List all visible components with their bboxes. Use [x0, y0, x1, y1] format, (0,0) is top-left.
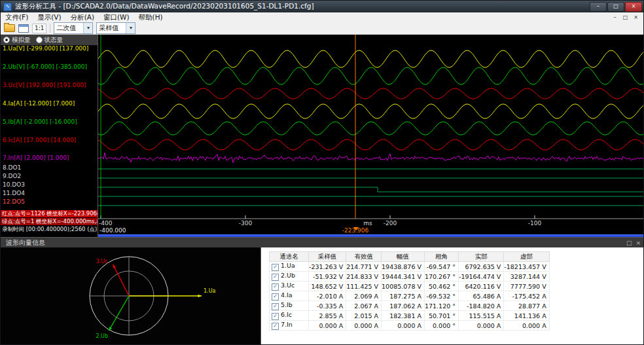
menu-item-window[interactable]: 窗口(W): [99, 12, 134, 22]
table-row[interactable]: ✓2.Ub-51.932 V214.833 V19444.341 V170.26…: [270, 272, 550, 281]
table-row[interactable]: ✓3.Uc148.652 V111.425 V10085.078 V50.462…: [270, 281, 550, 291]
mdi-restore-icon[interactable]: □: [620, 14, 630, 22]
window-controls: – □ ×: [589, 2, 642, 12]
value-cell: 6420.116 V: [459, 281, 504, 291]
menu-item-help[interactable]: 帮助(H): [134, 12, 168, 22]
row-checkbox[interactable]: ✓: [272, 293, 279, 300]
value-cell: 111.425 V: [346, 281, 382, 291]
value-cell: -231.263 V: [309, 262, 346, 272]
row-checkbox[interactable]: ✓: [272, 283, 279, 291]
float-panel-icon[interactable]: □: [626, 238, 632, 247]
close-panel-icon[interactable]: ×: [635, 238, 641, 247]
waveform-canvas[interactable]: -400-300-200-100ms: [98, 35, 644, 227]
sample-type-combo[interactable]: 采样值 ▾: [96, 22, 135, 34]
vector-table-col-4: 相角: [424, 252, 458, 262]
channel-label-10[interactable]: 10.DO3: [3, 181, 98, 189]
open-file-icon[interactable]: [4, 24, 15, 32]
channel-label-4[interactable]: 4.Ia[A] [-12.000] [7.000]: [3, 100, 98, 107]
menu-item-analysis[interactable]: 分析(A): [66, 12, 99, 22]
x-tick-label: -100: [528, 220, 542, 227]
table-row[interactable]: ✓7.In0.000 A0.000 A0.000 A0.000 °0.000 A…: [270, 321, 550, 331]
channel-name-cell: ✓2.Ub: [270, 272, 309, 281]
channel-label-1[interactable]: 1.Ua[V] [-299.000] [137.000]: [3, 45, 98, 52]
waveform-view-icon[interactable]: [18, 24, 29, 33]
channel-label-7[interactable]: 7.In[A] [2.000] [1.000]: [3, 154, 98, 162]
table-row[interactable]: ✓1.Ua-231.263 V214.771 V19438.876 V-69.5…: [270, 262, 550, 272]
maximize-icon[interactable]: □: [607, 2, 624, 12]
row-checkbox[interactable]: ✓: [272, 323, 279, 330]
channel-label-8[interactable]: 8.DO1: [3, 164, 98, 172]
sample-type-selected: 采样值: [97, 24, 126, 33]
x-axis-unit: ms: [363, 220, 372, 227]
radio-status[interactable]: [36, 37, 43, 43]
channel-label-9[interactable]: 9.DO2: [3, 173, 98, 180]
cursor-marker-row: -400.000 -223.906: [98, 227, 644, 234]
channel-label-6[interactable]: 6.Ic[A] [17.000] [14.000]: [3, 137, 98, 144]
value-cell: 0.000 °: [424, 321, 458, 331]
channel-name-cell: ✓3.Uc: [270, 281, 309, 291]
vector-table-col-2: 有效值: [346, 252, 382, 262]
channel-name: 4.Ia: [281, 291, 293, 299]
phasor-label-2.Ub: 2.Ub: [96, 333, 108, 339]
channel-label-5[interactable]: 5.Ib[A] [-2.000] [-16.000]: [3, 118, 98, 126]
value-cell: 187.062 A: [382, 301, 425, 311]
value-cell: 6792.635 V: [459, 262, 504, 272]
title-bar: ∿ 波形分析工具 - [D:/SCADA2.0/Data/DataWaveRec…: [1, 1, 643, 12]
channel-label-12[interactable]: 12.DO5: [3, 198, 98, 206]
channel-name: 2.Ub: [281, 272, 295, 279]
vector-panel-title: 波形向量信息: [6, 238, 45, 247]
vector-info-panel: 波形向量信息 □ × 1.Ua2.Ub3.Uc 通道名采样值有效值幅值相角实部虚…: [1, 237, 644, 345]
value-cell: 2.855 A: [309, 311, 346, 321]
channel-label-2[interactable]: 2.Ub[V] [-67.000] [-385.000]: [3, 64, 98, 71]
value-cell: -184.820 A: [459, 301, 504, 311]
radio-analog[interactable]: [3, 37, 10, 43]
vector-table-col-1: 采样值: [309, 252, 346, 262]
x-tick-label: -400: [99, 220, 113, 227]
phasor-diagram: 1.Ua2.Ub3.Uc: [1, 247, 260, 345]
chevron-down-icon[interactable]: ▾: [83, 23, 92, 33]
vector-table-area: 通道名采样值有效值幅值相角实部虚部✓1.Ua-231.263 V214.771 …: [260, 247, 644, 345]
menu-item-view[interactable]: 显示(V): [33, 12, 65, 22]
toolbar-separator: [50, 24, 50, 33]
close-icon[interactable]: ×: [625, 2, 642, 12]
value-cell: 148.652 V: [309, 281, 346, 291]
vector-table: 通道名采样值有效值幅值相角实部虚部✓1.Ua-231.263 V214.771 …: [269, 251, 550, 331]
value-cell: -69.532 °: [424, 291, 458, 301]
mdi-close-icon[interactable]: ×: [631, 14, 641, 22]
value-cell: -18213.457 V: [504, 262, 549, 272]
minimize-icon[interactable]: –: [590, 2, 607, 12]
channel-label-11[interactable]: 11.DO4: [3, 190, 98, 197]
row-checkbox[interactable]: ✓: [272, 274, 279, 281]
channel-label-3[interactable]: 3.Uc[V] [192.000] [191.000]: [3, 82, 98, 89]
row-checkbox[interactable]: ✓: [272, 264, 279, 271]
menu-item-file[interactable]: 文件(F): [1, 12, 33, 22]
value-type-combo[interactable]: 二次值 ▾: [54, 22, 93, 34]
row-checkbox[interactable]: ✓: [272, 313, 279, 320]
chevron-down-icon[interactable]: ▾: [126, 23, 135, 33]
channel-name-cell: ✓6.Ic: [270, 311, 309, 321]
value-cell: 141.136 A: [504, 311, 549, 321]
status-line-1: 红点:点号=1126 横坐标X=-223.906ms,相对时间=176.094m…: [1, 210, 98, 217]
value-cell: 28.877 A: [504, 301, 549, 311]
table-row[interactable]: ✓6.Ic2.855 A2.015 A182.381 A50.701 °115.…: [270, 311, 550, 321]
value-cell: 2.015 A: [346, 311, 382, 321]
x-tick-label: -300: [239, 220, 253, 227]
channel-name-cell: ✓5.Ib: [270, 301, 309, 311]
toolbar: 1:1 二次值 ▾ 采样值 ▾: [1, 22, 643, 35]
value-cell: -175.452 A: [504, 291, 549, 301]
channel-name-cell: ✓1.Ua: [270, 262, 309, 272]
mdi-window-controls: – □ ×: [609, 14, 641, 22]
one-to-one-zoom-button[interactable]: 1:1: [32, 24, 46, 33]
value-cell: 0.000 A: [504, 321, 549, 331]
mdi-minimize-icon[interactable]: –: [610, 14, 620, 22]
menu-bar: 文件(F)显示(V)分析(A)窗口(W)帮助(H) – □ ×: [1, 12, 643, 23]
channel-name-cell: ✓4.Ia: [270, 291, 309, 301]
vector-table-col-6: 虚部: [504, 252, 549, 262]
value-cell: 19438.876 V: [382, 262, 425, 272]
value-cell: 65.486 A: [459, 291, 504, 301]
value-cell: 7777.590 V: [504, 281, 549, 291]
table-row[interactable]: ✓4.Ia-2.010 A2.069 A187.275 A-69.532 °65…: [270, 291, 550, 301]
table-row[interactable]: ✓5.Ib-0.335 A2.067 A187.062 A171.120 °-1…: [270, 301, 550, 311]
value-cell: 2.069 A: [346, 291, 382, 301]
row-checkbox[interactable]: ✓: [272, 303, 279, 310]
